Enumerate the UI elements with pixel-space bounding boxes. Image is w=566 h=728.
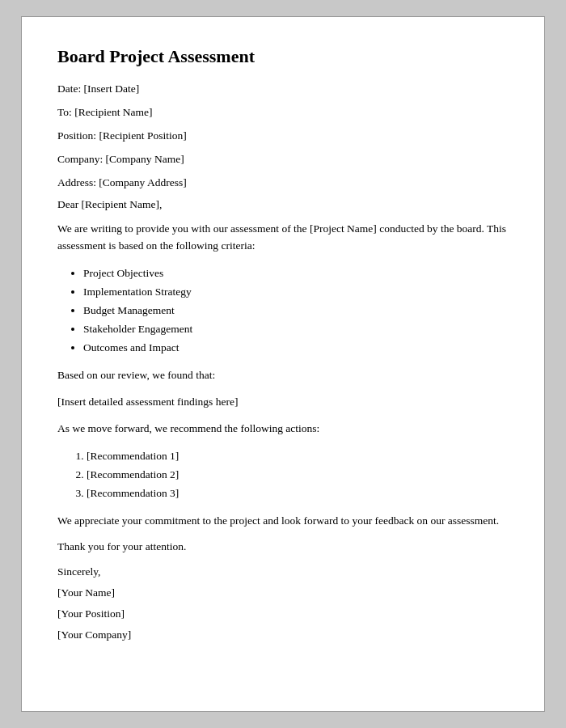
salutation: Dear [Recipient Name], bbox=[57, 198, 509, 211]
sincerely: Sincerely, bbox=[57, 565, 509, 578]
findings-intro: Based on our review, we found that: bbox=[57, 367, 509, 384]
list-item: [Recommendation 3] bbox=[87, 485, 509, 503]
list-item: [Recommendation 1] bbox=[87, 447, 509, 466]
findings-placeholder: [Insert detailed assessment findings her… bbox=[57, 394, 509, 411]
closing-paragraph-1: We appreciate your commitment to the pro… bbox=[57, 513, 509, 530]
recommendations-intro: As we move forward, we recommend the fol… bbox=[57, 421, 509, 438]
closing-paragraph-2: Thank you for your attention. bbox=[57, 539, 509, 556]
list-item: Outcomes and Impact bbox=[83, 339, 509, 358]
list-item: [Recommendation 2] bbox=[87, 466, 509, 485]
address-field: Address: [Company Address] bbox=[57, 176, 509, 191]
list-item: Budget Management bbox=[83, 302, 509, 320]
list-item: Project Objectives bbox=[83, 265, 509, 283]
your-name: [Your Name] bbox=[57, 586, 509, 599]
list-item: Implementation Strategy bbox=[83, 283, 509, 302]
recommendations-list: [Recommendation 1][Recommendation 2][Rec… bbox=[87, 447, 509, 503]
company-field: Company: [Company Name] bbox=[57, 152, 509, 167]
document-title: Board Project Assessment bbox=[57, 46, 509, 67]
your-company: [Your Company] bbox=[57, 629, 509, 641]
criteria-list: Project ObjectivesImplementation Strateg… bbox=[83, 265, 509, 358]
intro-paragraph: We are writing to provide you with our a… bbox=[57, 221, 509, 255]
document: Board Project Assessment Date: [Insert D… bbox=[21, 16, 545, 712]
your-position: [Your Position] bbox=[57, 607, 509, 620]
list-item: Stakeholder Engagement bbox=[83, 320, 509, 339]
date-field: Date: [Insert Date] bbox=[57, 82, 509, 97]
to-field: To: [Recipient Name] bbox=[57, 105, 509, 121]
position-field: Position: [Recipient Position] bbox=[57, 129, 509, 144]
